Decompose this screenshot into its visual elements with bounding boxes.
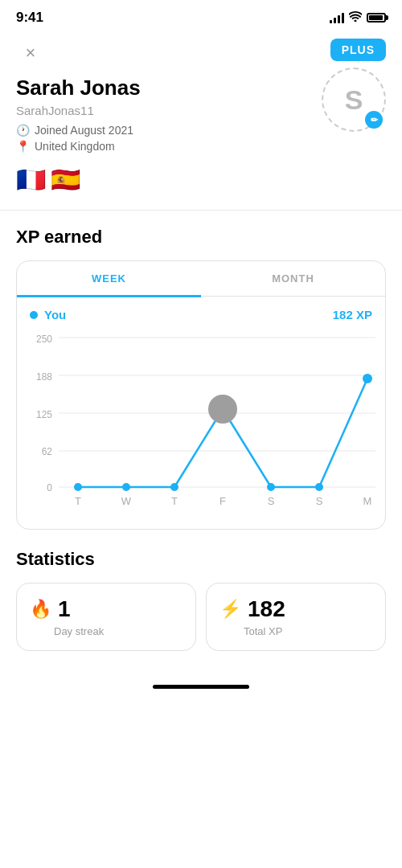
data-point-w	[122, 483, 130, 491]
location: 📍 United Kingdom	[16, 140, 386, 153]
svg-text:S: S	[268, 495, 275, 507]
svg-text:F: F	[219, 495, 226, 507]
divider	[0, 210, 402, 211]
header-bar: × PLUS	[0, 32, 402, 68]
svg-text:T: T	[75, 495, 81, 507]
avatar-edit-icon[interactable]: ✏	[365, 111, 383, 129]
language-flags: 🇫🇷 🇪🇸	[16, 166, 386, 194]
svg-text:250: 250	[36, 334, 52, 345]
xp-number: 182	[248, 596, 285, 622]
location-icon: 📍	[16, 140, 30, 153]
data-point-t1	[74, 483, 82, 491]
svg-text:125: 125	[36, 409, 52, 420]
streak-label: Day streak	[30, 625, 183, 637]
legend-xp: 182 XP	[333, 308, 372, 321]
svg-text:M: M	[363, 495, 372, 507]
home-bar	[153, 685, 249, 689]
chart-card: WEEK MONTH You 182 XP 250 188 125 62 0	[16, 260, 386, 530]
battery-icon	[367, 13, 386, 23]
data-point-s1	[267, 483, 275, 491]
data-point-f-gray	[208, 395, 237, 424]
fire-icon: 🔥	[30, 599, 51, 620]
streak-number: 1	[58, 596, 71, 622]
xp-title: XP earned	[16, 227, 386, 248]
lightning-icon: ⚡	[219, 599, 241, 620]
statistics-section: Statistics 🔥 1 Day streak ⚡ 182 Total XP	[0, 549, 402, 651]
flag-spanish: 🇪🇸	[51, 166, 80, 194]
profile-section: S ✏ Sarah Jonas SarahJonas11 🕐 Joined Au…	[0, 68, 402, 194]
xp-chart: 250 188 125 62 0 T W T F S S M	[30, 328, 384, 513]
clock-icon: 🕐	[16, 124, 30, 137]
stat-card-streak: 🔥 1 Day streak	[16, 583, 196, 651]
close-button[interactable]: ×	[16, 39, 45, 68]
stat-top-xp: ⚡ 182	[219, 596, 372, 622]
home-indicator	[0, 675, 402, 695]
svg-text:W: W	[121, 495, 132, 507]
xp-label: Total XP	[219, 625, 372, 637]
stat-card-xp: ⚡ 182 Total XP	[206, 583, 386, 651]
joined-date: 🕐 Joined August 2021	[16, 124, 386, 137]
signal-icon	[330, 12, 344, 23]
chart-container: 250 188 125 62 0 T W T F S S M	[17, 328, 385, 529]
tab-week[interactable]: WEEK	[17, 261, 201, 296]
stats-title: Statistics	[16, 549, 386, 570]
profile-meta: 🕐 Joined August 2021 📍 United Kingdom	[16, 124, 386, 153]
status-bar: 9:41	[0, 0, 402, 32]
wifi-icon	[349, 11, 362, 24]
stats-cards: 🔥 1 Day streak ⚡ 182 Total XP	[16, 583, 386, 651]
flag-french: 🇫🇷	[16, 166, 46, 194]
chart-legend: You 182 XP	[17, 297, 385, 328]
legend-dot	[30, 311, 38, 319]
data-point-t2	[170, 483, 178, 491]
svg-text:S: S	[316, 495, 323, 507]
chart-tabs: WEEK MONTH	[17, 261, 385, 297]
data-point-s2	[315, 483, 323, 491]
svg-text:T: T	[171, 495, 178, 507]
svg-text:188: 188	[36, 371, 52, 383]
avatar[interactable]: S ✏	[322, 68, 386, 132]
svg-text:62: 62	[42, 446, 53, 457]
data-point-m	[363, 374, 372, 383]
svg-text:0: 0	[47, 482, 52, 493]
status-icons	[330, 11, 386, 24]
plus-badge[interactable]: PLUS	[330, 39, 386, 61]
status-time: 9:41	[16, 10, 43, 26]
legend-you: You	[30, 308, 66, 321]
tab-month[interactable]: MONTH	[201, 261, 385, 296]
stat-top-streak: 🔥 1	[30, 596, 183, 622]
xp-section: XP earned WEEK MONTH You 182 XP 250 188 …	[0, 227, 402, 530]
